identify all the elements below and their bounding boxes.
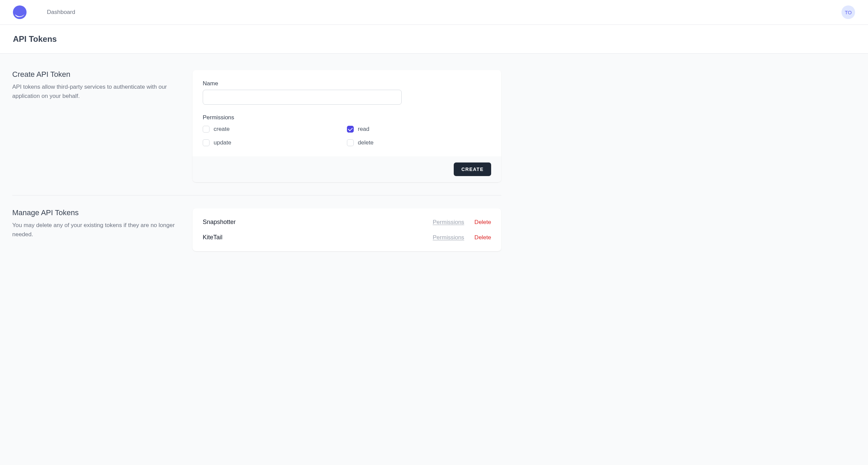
create-button[interactable]: Create xyxy=(454,162,491,176)
token-row: SnapshotterPermissionsDelete xyxy=(203,214,491,230)
permission-delete: delete xyxy=(347,139,491,146)
permission-update-label[interactable]: update xyxy=(214,139,231,146)
main-content: Create API Token API tokens allow third-… xyxy=(0,54,514,280)
app-logo-icon[interactable] xyxy=(13,5,27,19)
permission-read: read xyxy=(347,126,491,133)
permissions-grid: createreadupdatedelete xyxy=(203,126,491,146)
token-list: SnapshotterPermissionsDeleteKiteTailPerm… xyxy=(193,208,501,251)
token-actions: PermissionsDelete xyxy=(433,234,491,241)
token-name: Snapshotter xyxy=(203,219,236,226)
token-actions: PermissionsDelete xyxy=(433,219,491,226)
create-token-card: Name Permissions createreadupdatedelete … xyxy=(193,70,501,182)
create-token-card-body: Name Permissions createreadupdatedelete xyxy=(193,70,501,156)
permission-read-label[interactable]: read xyxy=(358,126,369,133)
token-name: KiteTail xyxy=(203,234,222,241)
navbar: Dashboard TO xyxy=(0,0,868,25)
token-delete-link[interactable]: Delete xyxy=(474,234,491,241)
user-avatar[interactable]: TO xyxy=(841,5,855,19)
token-delete-link[interactable]: Delete xyxy=(474,219,491,226)
permission-create: create xyxy=(203,126,347,133)
section-divider xyxy=(12,195,501,195)
permission-update: update xyxy=(203,139,347,146)
token-permissions-link[interactable]: Permissions xyxy=(433,219,464,226)
create-token-section: Create API Token API tokens allow third-… xyxy=(12,70,501,182)
nav-dashboard-link[interactable]: Dashboard xyxy=(47,9,75,16)
token-row: KiteTailPermissionsDelete xyxy=(203,230,491,245)
navbar-left: Dashboard xyxy=(13,5,75,19)
token-permissions-link[interactable]: Permissions xyxy=(433,234,464,241)
manage-tokens-title: Manage API Tokens xyxy=(12,208,179,217)
name-label: Name xyxy=(203,80,491,87)
name-input[interactable] xyxy=(203,90,402,105)
permission-create-label[interactable]: create xyxy=(214,126,230,133)
manage-tokens-sidebar: Manage API Tokens You may delete any of … xyxy=(12,208,179,251)
create-token-title: Create API Token xyxy=(12,70,179,79)
page-title: API Tokens xyxy=(13,34,855,44)
permission-create-checkbox[interactable] xyxy=(203,126,210,133)
permission-delete-checkbox[interactable] xyxy=(347,139,354,146)
permission-update-checkbox[interactable] xyxy=(203,139,210,146)
permission-read-checkbox[interactable] xyxy=(347,126,354,133)
manage-tokens-section: Manage API Tokens You may delete any of … xyxy=(12,208,501,251)
manage-tokens-description: You may delete any of your existing toke… xyxy=(12,221,179,239)
create-token-description: API tokens allow third-party services to… xyxy=(12,82,179,101)
permissions-label: Permissions xyxy=(203,114,491,121)
manage-tokens-card: SnapshotterPermissionsDeleteKiteTailPerm… xyxy=(193,208,501,251)
page-header: API Tokens xyxy=(0,25,868,54)
permission-delete-label[interactable]: delete xyxy=(358,139,373,146)
create-token-sidebar: Create API Token API tokens allow third-… xyxy=(12,70,179,182)
create-token-footer: Create xyxy=(193,156,501,182)
permissions-section: Permissions createreadupdatedelete xyxy=(203,114,491,146)
